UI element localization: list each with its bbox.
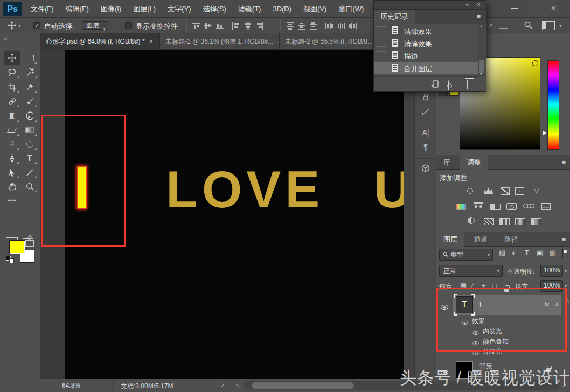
- history-scrollbar[interactable]: ▴ ▾: [478, 24, 485, 76]
- layer-visibility-eye-icon[interactable]: [441, 305, 448, 310]
- capture-icon[interactable]: [499, 23, 508, 29]
- history-snapshot-box[interactable]: [377, 26, 386, 34]
- close-panel-icon[interactable]: ×: [477, 1, 481, 9]
- gradient-map-icon[interactable]: [515, 218, 525, 225]
- collapse-panel-icon[interactable]: «: [465, 1, 469, 8]
- lock-transparency-icon[interactable]: ▦: [460, 282, 467, 290]
- filter-shape-layers-icon[interactable]: ▣: [537, 249, 543, 257]
- history-snapshot-box[interactable]: [377, 51, 386, 59]
- new-snapshot-icon[interactable]: [448, 80, 449, 90]
- align-left-edges-icon[interactable]: [232, 22, 241, 30]
- hue-slider[interactable]: [547, 60, 559, 150]
- curves-icon[interactable]: [501, 187, 510, 195]
- channel-mixer-icon[interactable]: [522, 201, 535, 210]
- show-transform-checkbox[interactable]: [125, 22, 132, 29]
- layer-row-text-i[interactable]: T I fx ∧ ∧: [436, 295, 570, 315]
- menu-item-type[interactable]: 文字(Y): [162, 0, 197, 18]
- hand-tool[interactable]: [4, 180, 20, 193]
- document-canvas[interactable]: LOVE U: [65, 50, 404, 379]
- eraser-tool[interactable]: [4, 123, 20, 137]
- layer-fx-badge[interactable]: fx: [544, 300, 549, 308]
- exposure-icon[interactable]: ±: [515, 187, 524, 195]
- eyedropper-tool[interactable]: [22, 80, 38, 94]
- collapse-toolbar-icon[interactable]: «: [4, 35, 7, 41]
- distribute-bottom-edges-icon[interactable]: [309, 22, 318, 30]
- lock-position-icon[interactable]: +: [482, 282, 486, 290]
- filter-type-layers-icon[interactable]: T: [525, 249, 529, 257]
- history-item-1[interactable]: 清除效果: [374, 37, 478, 50]
- delete-state-icon[interactable]: [467, 80, 468, 89]
- brush-tool[interactable]: [22, 95, 38, 108]
- layer-filtering-toggle[interactable]: [562, 248, 563, 258]
- status-expand-icon[interactable]: >: [221, 382, 224, 388]
- effect-row-outer-glow[interactable]: 外发光: [436, 346, 570, 356]
- scrollbar-thumb[interactable]: [252, 382, 354, 389]
- levels-icon[interactable]: [482, 186, 495, 195]
- tab-channels[interactable]: 通道: [467, 232, 495, 247]
- line-tool[interactable]: [22, 166, 38, 179]
- panel-menu-icon[interactable]: ≡: [561, 158, 566, 166]
- maximize-button[interactable]: □: [525, 0, 543, 16]
- black-white-icon[interactable]: [490, 204, 501, 210]
- menu-item-window[interactable]: 窗口(W): [332, 0, 370, 18]
- color-balance-icon[interactable]: [472, 201, 485, 210]
- panel-scroll-up-icon[interactable]: ∧: [566, 298, 569, 304]
- scrollbar-thumb[interactable]: [479, 60, 484, 73]
- crop-tool[interactable]: [4, 80, 20, 94]
- tab-close-icon[interactable]: ×: [149, 37, 154, 45]
- workspace-chevron-icon[interactable]: ▾: [559, 23, 562, 29]
- zoom-tool[interactable]: [22, 180, 38, 193]
- history-snapshot-box[interactable]: [377, 64, 386, 72]
- effect-visibility-eye-icon[interactable]: [472, 331, 478, 335]
- scroll-up-icon[interactable]: ▴: [480, 24, 482, 29]
- lasso-tool[interactable]: [4, 66, 20, 79]
- paragraph-panel-icon[interactable]: ¶: [419, 142, 432, 154]
- menu-item-file[interactable]: 文件(F): [25, 0, 60, 18]
- fx-collapse-chevron-icon[interactable]: ∧: [555, 300, 559, 307]
- distribute-top-edges-icon[interactable]: [286, 22, 295, 30]
- brush-settings-icon[interactable]: [419, 107, 432, 118]
- brush-presets-icon[interactable]: [419, 92, 432, 103]
- menu-item-view[interactable]: 视图(V): [297, 0, 332, 18]
- align-bottom-edges-icon[interactable]: [215, 22, 224, 30]
- smudge-tool[interactable]: ☟: [4, 137, 20, 151]
- rectangular-marquee-tool[interactable]: [22, 51, 38, 65]
- effect-visibility-eye-icon[interactable]: [472, 352, 478, 355]
- opacity-chevron-icon[interactable]: ▾: [565, 268, 567, 274]
- default-colors-icon[interactable]: [6, 256, 15, 263]
- align-vertical-centers-icon[interactable]: [203, 22, 212, 30]
- color-lookup-icon[interactable]: [541, 203, 551, 210]
- pen-tool[interactable]: [4, 151, 20, 165]
- invert-icon[interactable]: [468, 217, 475, 224]
- foreground-color-swatch[interactable]: [9, 240, 25, 254]
- workspace-switcher-icon[interactable]: [542, 21, 555, 30]
- spot-healing-brush-tool[interactable]: [4, 95, 20, 108]
- photo-filter-icon[interactable]: [506, 203, 517, 210]
- fill-field[interactable]: 100%: [540, 280, 563, 292]
- quick-selection-tool[interactable]: [22, 66, 38, 79]
- tool-preset-chevron-icon[interactable]: ▾: [18, 23, 21, 29]
- document-tab-2[interactable]: 未标题-1 @ 36.1% (图层 1, RGB/8#...×: [160, 33, 280, 50]
- vibrance-icon[interactable]: ▽: [530, 186, 543, 195]
- threshold-icon[interactable]: [499, 218, 510, 225]
- align-horizontal-centers-icon[interactable]: [244, 22, 253, 30]
- align-top-edges-icon[interactable]: [192, 22, 201, 30]
- edit-toolbar-icon[interactable]: •••: [4, 194, 20, 207]
- menu-item-layer[interactable]: 图层(L): [127, 0, 162, 18]
- effect-visibility-eye-icon[interactable]: [472, 341, 478, 345]
- document-tab-1[interactable]: 心形字.psd @ 64.8% (I, RGB/8#) *×: [40, 33, 160, 50]
- filter-smart-objects-icon[interactable]: ▥: [550, 249, 556, 257]
- filter-kind-dropdown[interactable]: 类型 ▾: [439, 249, 493, 261]
- fill-chevron-icon[interactable]: ▾: [565, 283, 567, 289]
- path-selection-tool[interactable]: [4, 166, 20, 179]
- hue-saturation-icon[interactable]: [456, 204, 466, 210]
- hue-slider-pointer[interactable]: [543, 130, 546, 136]
- menu-item-image[interactable]: 图像(I): [95, 0, 127, 18]
- history-brush-tool[interactable]: [22, 109, 38, 123]
- scroll-left-icon[interactable]: <: [236, 382, 239, 388]
- gradient-tool[interactable]: [22, 123, 38, 137]
- blend-mode-dropdown[interactable]: 正常 ▾: [439, 265, 503, 277]
- history-item-3[interactable]: 合并图层: [374, 62, 478, 74]
- filter-pixel-layers-icon[interactable]: ▨: [499, 249, 505, 257]
- search-icon[interactable]: [524, 20, 533, 32]
